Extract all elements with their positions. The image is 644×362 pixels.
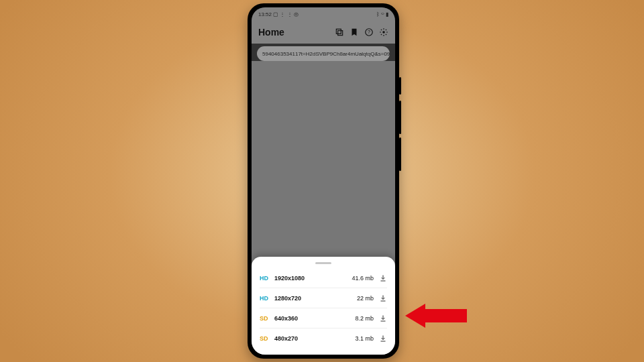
download-row[interactable]: HD1280x72022 mb — [260, 288, 387, 308]
svg-rect-0 — [336, 29, 341, 34]
download-sheet: HD1920x108041.6 mbHD1280x72022 mbSD640x3… — [252, 257, 395, 355]
annotation-arrow — [405, 304, 467, 328]
download-row[interactable]: HD1920x108041.6 mb — [260, 268, 387, 288]
help-icon[interactable]: ? — [364, 27, 374, 37]
resolution-text: 480x270 — [274, 335, 298, 342]
filesize-text: 22 mb — [357, 295, 374, 302]
settings-icon[interactable] — [379, 27, 388, 37]
sheet-grabber[interactable] — [315, 262, 331, 264]
app-bar: Home ? — [252, 21, 395, 44]
volume-down-button — [399, 137, 401, 171]
phone-frame: 13:52 ▢ ⋮ ⋮ ◎ ᛒ⌔▮ Home ? 5940463534117t=… — [248, 3, 399, 359]
svg-rect-7 — [381, 320, 386, 321]
resolution-text: 1280x720 — [274, 295, 301, 302]
download-icon[interactable] — [379, 335, 387, 343]
page-title: Home — [258, 27, 284, 38]
bookmark-icon[interactable] — [350, 27, 359, 37]
status-bar: 13:52 ▢ ⋮ ⋮ ◎ ᛒ⌔▮ — [252, 7, 395, 21]
svg-rect-8 — [381, 341, 386, 342]
filesize-text: 41.6 mb — [352, 275, 374, 282]
svg-rect-5 — [381, 280, 386, 281]
filesize-text: 8.2 mb — [355, 315, 374, 322]
download-icon[interactable] — [379, 314, 387, 322]
quality-badge: SD — [260, 315, 274, 322]
download-row[interactable]: SD480x2703.1 mb — [260, 328, 387, 349]
volume-up-button — [399, 101, 401, 134]
quality-badge: HD — [260, 275, 274, 282]
arrow-head-icon — [405, 304, 425, 328]
status-time: 13:52 — [258, 11, 272, 17]
url-bar[interactable]: 5940463534117t=H2dSVBP9Ch8ar4mUalqtqQ&s=… — [257, 46, 390, 61]
quality-badge: SD — [260, 335, 274, 342]
resolution-text: 640x360 — [274, 315, 298, 322]
status-icons-left: ▢ ⋮ ⋮ ◎ — [273, 11, 299, 17]
power-button — [399, 77, 401, 95]
stage: 13:52 ▢ ⋮ ⋮ ◎ ᛒ⌔▮ Home ? 5940463534117t=… — [0, 0, 644, 362]
library-icon[interactable] — [335, 27, 344, 37]
svg-point-4 — [382, 31, 385, 34]
filesize-text: 3.1 mb — [355, 335, 374, 342]
url-text: 5940463534117t=H2dSVBP9Ch8ar4mUalqtqQ&s=… — [262, 51, 390, 57]
arrow-stem — [425, 309, 467, 322]
resolution-text: 1920x1080 — [274, 275, 305, 282]
download-icon[interactable] — [379, 274, 387, 282]
quality-badge: HD — [260, 295, 274, 302]
svg-text:?: ? — [368, 29, 370, 34]
screen: 13:52 ▢ ⋮ ⋮ ◎ ᛒ⌔▮ Home ? 5940463534117t=… — [252, 7, 395, 355]
status-icons-right: ᛒ⌔▮ — [375, 11, 388, 17]
svg-rect-1 — [338, 31, 343, 36]
download-row[interactable]: SD640x3608.2 mb — [260, 308, 387, 328]
download-icon[interactable] — [379, 294, 387, 302]
svg-rect-6 — [381, 300, 386, 301]
